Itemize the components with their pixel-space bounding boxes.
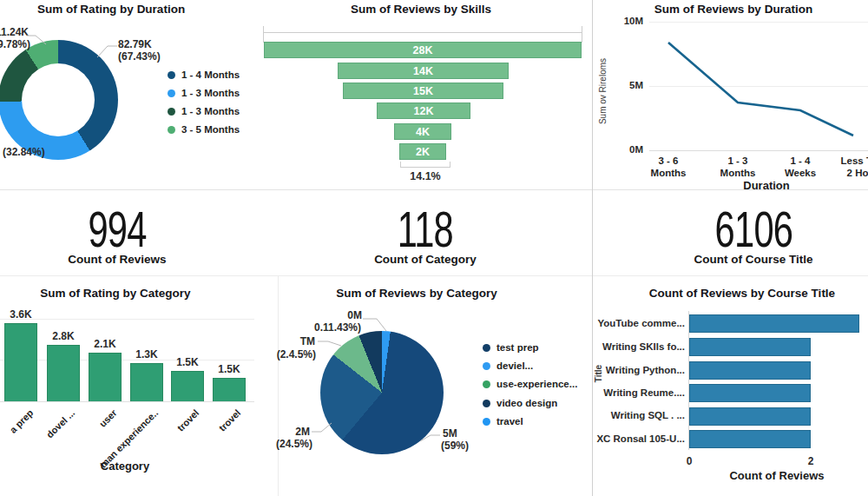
legend-item-use-experience[interactable]: use-experience... <box>483 379 577 389</box>
legend-item-3-5-months[interactable]: 3 - 5 Months <box>168 124 240 135</box>
hbar-category-label: YouTube comme... <box>582 318 685 328</box>
hbar-writing-sql[interactable] <box>689 407 811 426</box>
donut-chart[interactable] <box>0 40 118 160</box>
kpi-number: 994 <box>88 207 146 252</box>
pie-callout-top-value: 0M <box>327 309 362 321</box>
bar-value-label: 2.8K <box>47 330 80 342</box>
tick-line2: Months <box>638 168 699 180</box>
hbar-category-label: Writing Reume.... <box>582 387 685 398</box>
bar-x-tick-label: trovel <box>175 407 201 433</box>
kpi-number: 118 <box>398 207 453 252</box>
legend-label: test prep <box>496 342 539 353</box>
pie-leader-top <box>363 319 386 331</box>
line-chart-title: Sum of Reviews by Duration <box>625 3 842 16</box>
legend-item-1-3-months-blue[interactable]: 1 - 3 Months <box>168 88 240 98</box>
hbar-writing-reume[interactable] <box>689 384 811 402</box>
legend-label: 1 - 3 Months <box>181 106 240 116</box>
funnel-bar-label: 28K <box>413 44 433 56</box>
tick-line1: 1 - 3 <box>707 155 768 168</box>
legend-dot <box>483 344 490 352</box>
kpi-count-of-course-title-value: 6106 <box>688 207 819 252</box>
line-y-axis-label: Sum ov Rireloms <box>598 43 608 139</box>
legend-item-deviel[interactable]: deviel... <box>483 360 533 371</box>
legend-label: 1 - 4 Months <box>181 69 240 80</box>
funnel-bar-1[interactable]: 28K <box>264 42 582 58</box>
bar-x-tick-label: a prep <box>8 407 36 435</box>
legend-item-test-prep[interactable]: test prep <box>483 342 539 353</box>
kpi-count-of-reviews-value: 994 <box>52 207 182 252</box>
funnel-bar-label: 15K <box>413 85 433 97</box>
legend-item-video-design[interactable]: video design <box>483 398 557 408</box>
funnel-bar-label: 14K <box>413 65 433 77</box>
pie-callout-west-value: TM <box>280 335 315 347</box>
pie-callout-southwest-value: 2M <box>275 426 310 438</box>
legend-label: use-experience... <box>496 379 577 389</box>
legend-dot <box>168 89 175 97</box>
funnel-bar-3[interactable]: 15K <box>343 83 503 99</box>
line-y-tick-5m: 5M <box>608 80 643 90</box>
bar-value-label: 1.3K <box>130 348 163 360</box>
legend-item-1-3-months-green[interactable]: 1 - 3 Months <box>168 106 240 116</box>
kpi-number: 6106 <box>714 207 792 252</box>
pie-callout-top-pct: 0.11.43%) <box>299 321 361 334</box>
kpi-count-of-category-value: 118 <box>360 207 490 252</box>
bar-trovel-2[interactable] <box>213 378 246 401</box>
donut-hole <box>22 63 95 136</box>
funnel-bar-5[interactable]: 4K <box>394 123 451 140</box>
funnel-bar-label: 2K <box>416 146 430 158</box>
bar-dovel[interactable] <box>47 345 80 401</box>
legend-label: 1 - 3 Months <box>181 88 240 98</box>
tick-line1: Less Than <box>835 155 868 168</box>
line-x-tick-1-4-weeks: 1 - 4 Weeks <box>770 155 831 179</box>
row-divider-bottom <box>0 275 868 276</box>
donut-title: Sum of Rating by Duration <box>7 3 215 16</box>
tick-line2: Weeks <box>770 168 831 180</box>
funnel-bar-2[interactable]: 14K <box>338 63 509 79</box>
bar-user[interactable] <box>89 353 122 401</box>
pie-leader-west <box>318 341 341 346</box>
hbar-writing-skils[interactable] <box>689 338 811 356</box>
donut-callout-left-pct: (9.78%) <box>0 38 30 50</box>
legend-dot <box>483 400 490 407</box>
donut-callout-left-value: 11.24K <box>0 26 29 38</box>
pie-chart[interactable] <box>320 331 444 454</box>
bar-trovel-1[interactable] <box>171 371 204 401</box>
gridline <box>649 22 868 23</box>
line-x-tick-3-6-months: 3 - 6 Months <box>638 155 699 179</box>
hbar-chart-title: Count of Reviews by Course Title <box>634 287 851 300</box>
legend-item-1-4-months[interactable]: 1 - 4 Months <box>168 69 240 80</box>
funnel-bar-6[interactable]: 2K <box>399 143 446 160</box>
bar-value-label: 3.6K <box>4 308 37 321</box>
dashboard-canvas: Sum of Rating by Duration 82.79K (67.43%… <box>0 0 868 496</box>
kpi-count-of-course-title-label: Count of Course Title <box>684 253 823 266</box>
line-x-tick-less-than-2-hours: Less Than 2 Hours <box>835 155 868 179</box>
line-series[interactable] <box>668 43 853 136</box>
hbar-xc-ronsal[interactable] <box>689 430 811 448</box>
funnel-bar-label: 4K <box>416 126 430 138</box>
legend-item-travel[interactable]: travel <box>483 416 523 427</box>
donut-callout-bottom-pct: (32.84%) <box>3 146 45 158</box>
hbar-youtube[interactable] <box>689 314 859 333</box>
bar-tnan-experience[interactable] <box>130 363 163 401</box>
hbar-writing-python[interactable] <box>689 361 811 380</box>
legend-label: deviel... <box>496 360 533 371</box>
gridline <box>0 360 254 360</box>
legend-dot <box>168 71 175 79</box>
funnel-bar-4[interactable]: 12K <box>377 103 470 119</box>
donut-leader-right <box>97 46 117 57</box>
bar-value-label: 1.5K <box>213 363 246 375</box>
column-divider-left-bottom <box>278 276 279 496</box>
hbar-x-tick-0: 0 <box>682 455 696 467</box>
hbar-category-label: XC Ronsal 105-U... <box>582 433 685 444</box>
legend-label: 3 - 5 Months <box>181 124 240 135</box>
hbar-category-label: Writing SQL . ... <box>582 410 685 420</box>
funnel-top-bracket-tick-left <box>263 26 264 43</box>
legend-dot <box>168 108 175 116</box>
pie-chart-title: Sum of Reviews by Category <box>312 287 521 300</box>
bar-a-prep[interactable] <box>4 323 37 401</box>
bar-x-axis-title: Category <box>73 460 177 473</box>
column-divider-right <box>592 0 593 496</box>
line-x-tick-1-3-months: 1 - 3 Months <box>707 155 768 179</box>
hbar-x-tick-2: 2 <box>804 455 818 467</box>
hbar-category-label: Writing Python... <box>582 365 685 375</box>
